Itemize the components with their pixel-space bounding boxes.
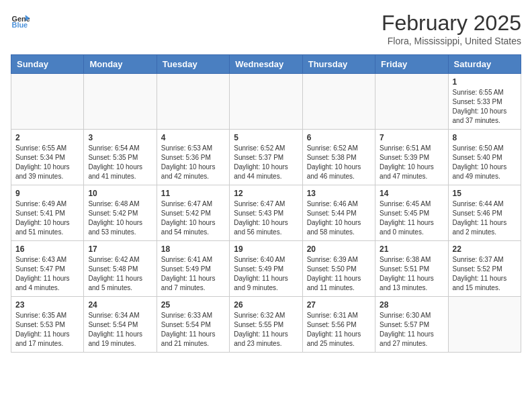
calendar-cell — [157, 74, 229, 130]
weekday-header-wednesday: Wednesday — [230, 55, 302, 74]
week-row-5: 23Sunrise: 6:35 AMSunset: 5:53 PMDayligh… — [11, 297, 521, 353]
weekday-header-friday: Friday — [375, 55, 448, 74]
calendar-cell: 26Sunrise: 6:32 AMSunset: 5:55 PMDayligh… — [230, 297, 302, 353]
day-detail: Sunrise: 6:31 AMSunset: 5:56 PMDaylight:… — [307, 311, 371, 349]
calendar-cell — [11, 74, 84, 130]
day-number: 27 — [307, 300, 371, 310]
day-number: 22 — [453, 244, 517, 254]
day-number: 3 — [88, 133, 152, 142]
calendar-cell: 4Sunrise: 6:53 AMSunset: 5:36 PMDaylight… — [157, 130, 229, 185]
calendar-cell: 24Sunrise: 6:34 AMSunset: 5:54 PMDayligh… — [84, 297, 157, 353]
day-number: 12 — [234, 189, 298, 198]
calendar-cell: 16Sunrise: 6:43 AMSunset: 5:47 PMDayligh… — [11, 241, 84, 297]
calendar-cell — [302, 74, 375, 130]
day-number: 8 — [453, 133, 517, 142]
day-number: 13 — [307, 189, 371, 198]
day-number: 28 — [380, 300, 443, 310]
day-number: 17 — [88, 244, 152, 254]
day-number: 14 — [380, 189, 443, 198]
day-detail: Sunrise: 6:35 AMSunset: 5:53 PMDaylight:… — [15, 311, 79, 349]
calendar-cell: 8Sunrise: 6:50 AMSunset: 5:40 PMDaylight… — [448, 130, 521, 185]
day-detail: Sunrise: 6:43 AMSunset: 5:47 PMDaylight:… — [15, 255, 79, 293]
calendar-cell: 10Sunrise: 6:48 AMSunset: 5:42 PMDayligh… — [84, 185, 157, 241]
calendar-table: SundayMondayTuesdayWednesdayThursdayFrid… — [11, 54, 521, 353]
calendar-cell: 5Sunrise: 6:52 AMSunset: 5:37 PMDaylight… — [230, 130, 302, 185]
day-detail: Sunrise: 6:51 AMSunset: 5:39 PMDaylight:… — [380, 144, 443, 181]
day-detail: Sunrise: 6:41 AMSunset: 5:49 PMDaylight:… — [161, 255, 225, 293]
day-detail: Sunrise: 6:40 AMSunset: 5:49 PMDaylight:… — [234, 255, 298, 293]
weekday-header-thursday: Thursday — [302, 55, 375, 74]
day-detail: Sunrise: 6:33 AMSunset: 5:54 PMDaylight:… — [161, 311, 225, 349]
day-detail: Sunrise: 6:55 AMSunset: 5:33 PMDaylight:… — [453, 88, 517, 126]
day-detail: Sunrise: 6:55 AMSunset: 5:34 PMDaylight:… — [15, 144, 79, 181]
day-detail: Sunrise: 6:54 AMSunset: 5:35 PMDaylight:… — [88, 144, 152, 181]
calendar-cell: 19Sunrise: 6:40 AMSunset: 5:49 PMDayligh… — [230, 241, 302, 297]
calendar-cell: 9Sunrise: 6:49 AMSunset: 5:41 PMDaylight… — [11, 185, 84, 241]
page-subtitle: Flora, Mississippi, United States — [382, 36, 521, 46]
day-detail: Sunrise: 6:38 AMSunset: 5:51 PMDaylight:… — [380, 255, 443, 293]
calendar-cell: 12Sunrise: 6:47 AMSunset: 5:43 PMDayligh… — [230, 185, 302, 241]
day-number: 25 — [161, 300, 225, 310]
day-number: 1 — [453, 77, 517, 87]
week-row-1: 1Sunrise: 6:55 AMSunset: 5:33 PMDaylight… — [11, 74, 521, 130]
day-number: 21 — [380, 244, 443, 254]
weekday-header-sunday: Sunday — [11, 55, 84, 74]
calendar-cell: 23Sunrise: 6:35 AMSunset: 5:53 PMDayligh… — [11, 297, 84, 353]
day-detail: Sunrise: 6:52 AMSunset: 5:37 PMDaylight:… — [234, 144, 298, 181]
day-number: 4 — [161, 133, 225, 142]
calendar-cell — [448, 297, 521, 353]
day-number: 5 — [234, 133, 298, 142]
calendar-cell: 21Sunrise: 6:38 AMSunset: 5:51 PMDayligh… — [375, 241, 448, 297]
day-detail: Sunrise: 6:50 AMSunset: 5:40 PMDaylight:… — [453, 144, 517, 181]
day-number: 10 — [88, 189, 152, 198]
page-header: General Blue February 2025 Flora, Missis… — [11, 11, 521, 46]
weekday-header-tuesday: Tuesday — [157, 55, 229, 74]
day-detail: Sunrise: 6:30 AMSunset: 5:57 PMDaylight:… — [380, 311, 443, 349]
calendar-cell: 11Sunrise: 6:47 AMSunset: 5:42 PMDayligh… — [157, 185, 229, 241]
calendar-cell: 7Sunrise: 6:51 AMSunset: 5:39 PMDaylight… — [375, 130, 448, 185]
calendar-cell: 14Sunrise: 6:45 AMSunset: 5:45 PMDayligh… — [375, 185, 448, 241]
calendar-cell: 1Sunrise: 6:55 AMSunset: 5:33 PMDaylight… — [448, 74, 521, 130]
day-number: 9 — [15, 189, 79, 198]
svg-text:Blue: Blue — [12, 21, 28, 29]
day-detail: Sunrise: 6:48 AMSunset: 5:42 PMDaylight:… — [88, 199, 152, 237]
day-number: 19 — [234, 244, 298, 254]
week-row-3: 9Sunrise: 6:49 AMSunset: 5:41 PMDaylight… — [11, 185, 521, 241]
day-number: 6 — [307, 133, 371, 142]
calendar-cell: 2Sunrise: 6:55 AMSunset: 5:34 PMDaylight… — [11, 130, 84, 185]
calendar-cell: 18Sunrise: 6:41 AMSunset: 5:49 PMDayligh… — [157, 241, 229, 297]
day-detail: Sunrise: 6:45 AMSunset: 5:45 PMDaylight:… — [380, 199, 443, 237]
calendar-cell — [375, 74, 448, 130]
calendar-cell — [84, 74, 157, 130]
day-number: 20 — [307, 244, 371, 254]
day-number: 7 — [380, 133, 443, 142]
day-number: 16 — [15, 244, 79, 254]
weekday-header-monday: Monday — [84, 55, 157, 74]
calendar-cell: 3Sunrise: 6:54 AMSunset: 5:35 PMDaylight… — [84, 130, 157, 185]
week-row-4: 16Sunrise: 6:43 AMSunset: 5:47 PMDayligh… — [11, 241, 521, 297]
calendar-cell: 6Sunrise: 6:52 AMSunset: 5:38 PMDaylight… — [302, 130, 375, 185]
calendar-cell: 20Sunrise: 6:39 AMSunset: 5:50 PMDayligh… — [302, 241, 375, 297]
page-title: February 2025 — [382, 11, 521, 36]
day-number: 23 — [15, 300, 79, 310]
week-row-2: 2Sunrise: 6:55 AMSunset: 5:34 PMDaylight… — [11, 130, 521, 185]
calendar-cell — [230, 74, 302, 130]
weekday-header-row: SundayMondayTuesdayWednesdayThursdayFrid… — [11, 55, 521, 74]
calendar-cell: 22Sunrise: 6:37 AMSunset: 5:52 PMDayligh… — [448, 241, 521, 297]
day-detail: Sunrise: 6:46 AMSunset: 5:44 PMDaylight:… — [307, 199, 371, 237]
day-number: 11 — [161, 189, 225, 198]
logo: General Blue — [11, 11, 30, 30]
day-detail: Sunrise: 6:34 AMSunset: 5:54 PMDaylight:… — [88, 311, 152, 349]
day-detail: Sunrise: 6:52 AMSunset: 5:38 PMDaylight:… — [307, 144, 371, 181]
day-number: 26 — [234, 300, 298, 310]
day-number: 2 — [15, 133, 79, 142]
day-detail: Sunrise: 6:37 AMSunset: 5:52 PMDaylight:… — [453, 255, 517, 293]
day-detail: Sunrise: 6:32 AMSunset: 5:55 PMDaylight:… — [234, 311, 298, 349]
calendar-cell: 13Sunrise: 6:46 AMSunset: 5:44 PMDayligh… — [302, 185, 375, 241]
calendar-cell: 15Sunrise: 6:44 AMSunset: 5:46 PMDayligh… — [448, 185, 521, 241]
day-detail: Sunrise: 6:47 AMSunset: 5:43 PMDaylight:… — [234, 199, 298, 237]
day-detail: Sunrise: 6:39 AMSunset: 5:50 PMDaylight:… — [307, 255, 371, 293]
day-number: 18 — [161, 244, 225, 254]
day-detail: Sunrise: 6:44 AMSunset: 5:46 PMDaylight:… — [453, 199, 517, 237]
title-block: February 2025 Flora, Mississippi, United… — [382, 11, 521, 46]
